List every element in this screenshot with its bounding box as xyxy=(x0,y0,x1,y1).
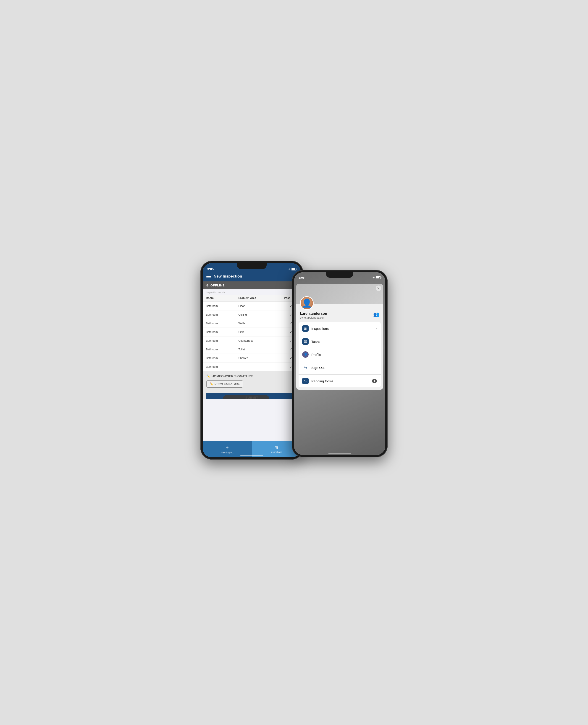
offline-banner: ⊗ OFFLINE × xyxy=(203,281,301,289)
table-row: Bathroom Ceiling ✓ xyxy=(203,310,301,319)
col-problem: Problem Area xyxy=(238,297,284,300)
pending-badge: 1 xyxy=(372,379,377,383)
profile-panel: × karen.anderson dyno.appiantrial.com 👥 xyxy=(296,284,383,390)
menu-item-profile[interactable]: 👤 Profile xyxy=(298,348,381,361)
action-queued-tooltip: ✓ Action queued for submission xyxy=(223,396,269,399)
tab-label-1: Inspections xyxy=(271,451,282,454)
profile-username: karen.anderson xyxy=(300,311,327,316)
menu-item-inspections[interactable]: ⊞ Inspections › xyxy=(298,322,381,335)
profile-header: × xyxy=(296,284,383,304)
avatar xyxy=(300,296,314,310)
home-indicator-1 xyxy=(240,455,263,456)
row-room-7: Bathroom xyxy=(206,365,238,368)
close-panel-button[interactable]: × xyxy=(376,285,381,291)
grid-icon: ⊞ xyxy=(275,445,278,450)
menu-list: ⊞ Inspections › ☑ Tasks 👤 Profile xyxy=(298,322,381,387)
time-1: 3:05 xyxy=(207,267,214,271)
row-room-0: Bathroom xyxy=(206,304,238,308)
row-room-4: Bathroom xyxy=(206,339,238,342)
draw-pencil-icon: ✏️ xyxy=(210,382,213,386)
table-row: Bathroom Sink ✓ xyxy=(203,328,301,337)
phone2: 3:05 ✈ × xyxy=(292,270,387,457)
app-title-1: New Inspection xyxy=(214,274,242,279)
row-area-1: Ceiling xyxy=(238,313,284,316)
inspection-table: Room Problem Area Pass Bathroom Floor ✓ … xyxy=(203,295,301,371)
row-room-3: Bathroom xyxy=(206,330,238,334)
row-room-1: Bathroom xyxy=(206,313,238,316)
content-scroll-1[interactable]: Inspection results Room Problem Area Pas… xyxy=(203,289,301,399)
draw-signature-button[interactable]: ✏️ DRAW SIGNATURE xyxy=(206,380,243,388)
phone1-screen: 3:05 ✈ New Inspection ⊗ OFFLINE × xyxy=(203,263,301,457)
battery-2 xyxy=(376,276,381,279)
status-icons-2: ✈ xyxy=(373,276,381,279)
avatar-face xyxy=(301,297,313,309)
notch1 xyxy=(237,263,267,269)
menu-label-inspections: Inspections xyxy=(311,327,373,330)
menu-label-signout: Sign Out xyxy=(311,366,377,369)
table-row: Bathroom ✓ xyxy=(203,363,301,371)
menu-item-pending[interactable]: ↪ Pending forms 1 xyxy=(298,374,381,387)
table-row: Bathroom Floor ✓ xyxy=(203,302,301,310)
inspection-results-header: Inspection results xyxy=(203,289,301,295)
people-icon[interactable]: 👥 xyxy=(373,311,379,318)
row-area-3: Sink xyxy=(238,330,284,334)
tooltip-region: Bathroom Toilet ✓ Bathroom Shower ✓ Ba xyxy=(203,345,301,371)
pending-icon: ↪ xyxy=(302,378,309,384)
offline-label: OFFLINE xyxy=(210,284,225,287)
table-row: Bathroom Walls ✓ xyxy=(203,319,301,328)
scene: 3:05 ✈ New Inspection ⊗ OFFLINE × xyxy=(201,254,387,471)
time-2: 3:05 xyxy=(298,276,304,279)
menu-item-signout[interactable]: ↪ Sign Out xyxy=(298,361,381,374)
notch2 xyxy=(326,272,353,278)
tooltip-check-icon: ✓ xyxy=(227,399,265,399)
phone2-screen: 3:05 ✈ × xyxy=(294,272,385,455)
table-row: Bathroom Shower ✓ xyxy=(203,354,301,363)
menu-label-pending: Pending forms xyxy=(311,379,369,383)
inspections-icon: ⊞ xyxy=(302,325,309,332)
signout-icon: ↪ xyxy=(302,364,309,371)
airplane-icon-1: ✈ xyxy=(288,268,290,271)
profile-domain: dyno.appiantrial.com xyxy=(300,316,327,319)
profile-icon: 👤 xyxy=(302,351,309,358)
menu-item-tasks[interactable]: ☑ Tasks xyxy=(298,335,381,348)
row-area-6: Shower xyxy=(238,357,284,360)
menu-label-tasks: Tasks xyxy=(311,340,377,344)
tab-label-0: New Inspe... xyxy=(221,451,234,454)
app-header-1: New Inspection xyxy=(203,272,301,281)
row-room-6: Bathroom xyxy=(206,357,238,360)
col-room: Room xyxy=(206,297,238,300)
chevron-right-icon: › xyxy=(376,327,377,330)
row-area-4: Countertops xyxy=(238,339,284,342)
home-indicator-2 xyxy=(328,453,351,454)
tasks-icon: ☑ xyxy=(302,338,309,345)
row-area-2: Walls xyxy=(238,322,284,325)
plus-icon: + xyxy=(226,445,229,451)
signature-title: ✏️ HOMEOWNER SIGNATURE xyxy=(206,375,297,378)
signature-section: ✏️ HOMEOWNER SIGNATURE ✏️ DRAW SIGNATURE xyxy=(203,371,301,390)
table-row: Bathroom Toilet ✓ xyxy=(203,345,301,354)
status-icons-1: ✈ xyxy=(288,268,296,271)
table-row: Bathroom Countertops ✓ xyxy=(203,337,301,345)
menu-label-profile: Profile xyxy=(311,353,377,357)
row-area-0: Floor xyxy=(238,304,284,308)
row-room-5: Bathroom xyxy=(206,348,238,351)
wifi-slash-icon: ⊗ xyxy=(206,283,209,287)
pencil-icon: ✏️ xyxy=(206,375,210,378)
battery-1 xyxy=(291,268,296,270)
table-header: Room Problem Area Pass xyxy=(203,295,301,302)
airplane-icon-2: ✈ xyxy=(373,276,375,279)
hamburger-menu[interactable] xyxy=(206,275,211,278)
row-area-5: Toilet xyxy=(238,348,284,351)
phone1: 3:05 ✈ New Inspection ⊗ OFFLINE × xyxy=(201,261,303,460)
row-room-2: Bathroom xyxy=(206,322,238,325)
